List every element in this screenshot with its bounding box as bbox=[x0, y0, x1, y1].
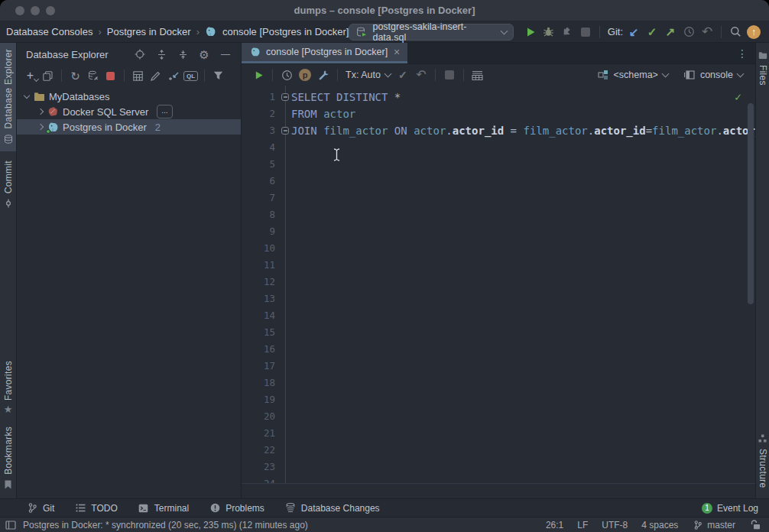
tree-row-mydatabases[interactable]: MyDatabases bbox=[17, 89, 241, 104]
hide-panel-icon[interactable]: — bbox=[216, 45, 235, 63]
ide-update-icon[interactable]: ↑ bbox=[745, 23, 763, 41]
editor-tab-console[interactable]: console [Postgres in Docker] × bbox=[242, 43, 407, 63]
run-configuration-select[interactable]: postgres-sakila-insert-data.sql bbox=[349, 24, 513, 41]
local-history-button[interactable] bbox=[680, 23, 698, 41]
toolwindow-tab-commit[interactable]: Commit bbox=[0, 154, 16, 216]
breadcrumb-database-consoles[interactable]: Database Consoles bbox=[6, 26, 92, 37]
zoom-window-button[interactable] bbox=[46, 6, 55, 15]
git-branch-icon bbox=[26, 502, 38, 514]
filter-icon[interactable] bbox=[209, 67, 227, 84]
toolwindow-toggle-icon[interactable] bbox=[5, 519, 17, 531]
duplicate-icon[interactable] bbox=[39, 67, 57, 84]
git-commit-button[interactable]: ✓ bbox=[643, 23, 661, 41]
event-log-button[interactable]: 1 Event Log bbox=[702, 503, 758, 514]
status-message[interactable]: Postgres in Docker: * synchronized (20 s… bbox=[23, 520, 308, 530]
tree-row-docker-sql-server[interactable]: Docker SQL Server ... bbox=[17, 104, 241, 119]
tree-row-postgres-in-docker[interactable]: Postgres in Docker 2 bbox=[17, 119, 241, 135]
console-settings-wrench-icon[interactable] bbox=[314, 66, 333, 84]
breadcrumb-postgres-in-docker[interactable]: Postgres in Docker bbox=[107, 26, 191, 37]
search-everywhere-icon[interactable] bbox=[726, 23, 745, 41]
toolwindow-tab-files[interactable]: Files bbox=[756, 43, 769, 92]
commit-tx-button[interactable]: ✓ bbox=[394, 66, 412, 84]
git-branch-widget[interactable]: master bbox=[692, 519, 735, 531]
close-window-button[interactable] bbox=[15, 6, 24, 15]
open-table-icon[interactable] bbox=[129, 67, 147, 84]
breadcrumb-console[interactable]: console [Postgres in Docker] bbox=[222, 26, 349, 37]
toolwindow-tab-structure[interactable]: Structure bbox=[756, 427, 769, 494]
editor-area: console [Postgres in Docker] × ⋮ p bbox=[242, 43, 755, 498]
connection-count-badge: 2 bbox=[155, 122, 161, 133]
close-tab-icon[interactable]: × bbox=[394, 46, 400, 58]
left-toolwindow-stripe: Database Explorer Commit Favorites ★ Boo… bbox=[0, 43, 17, 498]
refresh-icon[interactable]: ↻ bbox=[67, 67, 84, 84]
editor-scrollbar[interactable] bbox=[748, 103, 754, 304]
jump-to-console-icon[interactable] bbox=[164, 67, 182, 84]
panel-title: Database Explorer bbox=[26, 49, 131, 60]
unlocked-padlock-icon[interactable] bbox=[749, 519, 761, 531]
toolwindow-tab-favorites[interactable]: Favorites ★ bbox=[0, 355, 16, 420]
code-line[interactable]: SELECT DISTINCT * bbox=[291, 89, 740, 105]
line-ending[interactable]: LF bbox=[577, 520, 588, 530]
toolwindow-tab-bookmarks[interactable]: Bookmarks bbox=[0, 420, 16, 497]
line-number: 23 bbox=[242, 459, 275, 475]
toolwindow-tab-terminal[interactable]: Terminal bbox=[138, 502, 189, 514]
editor-gutter[interactable]: 123456789101112131415161718192021222324 bbox=[242, 89, 275, 483]
line-number: 3 bbox=[242, 122, 275, 139]
toolwindow-tab-todo[interactable]: TODO bbox=[74, 502, 117, 514]
rollback-button[interactable]: ↶ bbox=[698, 23, 716, 41]
parameters-icon[interactable]: p bbox=[296, 66, 314, 84]
toolwindow-tab-problems[interactable]: Problems bbox=[209, 502, 264, 514]
new-console-button[interactable]: QL bbox=[182, 67, 200, 84]
rollback-tx-button[interactable]: ↶ bbox=[412, 66, 430, 84]
console-toolbar: p Tx: Auto ✓ ↶ bbox=[242, 64, 755, 86]
disconnect-button[interactable] bbox=[102, 67, 119, 84]
locate-object-icon[interactable] bbox=[131, 45, 149, 63]
expand-all-icon[interactable] bbox=[152, 45, 170, 63]
line-number: 11 bbox=[242, 257, 275, 274]
fold-marker-start-icon[interactable] bbox=[281, 93, 289, 101]
in-editor-results-icon[interactable] bbox=[469, 66, 487, 84]
file-encoding[interactable]: UTF-8 bbox=[602, 520, 628, 530]
chevron-right-icon[interactable] bbox=[37, 109, 44, 115]
fold-marker-end-icon[interactable] bbox=[281, 127, 289, 135]
execute-button[interactable] bbox=[249, 66, 268, 84]
git-push-button[interactable]: ↗ bbox=[661, 23, 680, 41]
editor-bottom-strip bbox=[242, 483, 755, 498]
caret-position[interactable]: 26:1 bbox=[546, 520, 563, 530]
tx-mode-select[interactable]: Tx: Auto bbox=[346, 70, 391, 80]
schema-select[interactable]: <schema> bbox=[597, 69, 668, 81]
more-options-badge[interactable]: ... bbox=[157, 105, 172, 118]
minimize-window-button[interactable] bbox=[31, 6, 40, 15]
debug-button[interactable] bbox=[540, 23, 558, 41]
panel-settings-gear-icon[interactable]: ⚙ bbox=[195, 45, 213, 63]
line-number: 14 bbox=[242, 307, 275, 324]
add-datasource-button[interactable]: + bbox=[21, 67, 39, 84]
stop-query-button[interactable] bbox=[440, 66, 459, 84]
code-line[interactable]: FROM actor bbox=[291, 105, 740, 122]
inspection-ok-icon[interactable]: ✓ bbox=[735, 90, 741, 104]
postgres-elephant-icon bbox=[205, 26, 217, 38]
run-button[interactable] bbox=[521, 23, 540, 41]
git-update-button[interactable]: ↙ bbox=[625, 23, 643, 41]
indent-style[interactable]: 4 spaces bbox=[641, 520, 678, 530]
modify-datasource-icon[interactable] bbox=[84, 67, 102, 84]
chevron-down-icon[interactable] bbox=[24, 92, 30, 99]
console-select[interactable]: console bbox=[683, 69, 743, 81]
edit-icon[interactable] bbox=[147, 67, 164, 84]
database-explorer-header: Database Explorer ⚙ — bbox=[17, 43, 241, 66]
line-number: 21 bbox=[242, 425, 275, 442]
line-number: 19 bbox=[242, 391, 275, 408]
query-history-icon[interactable] bbox=[277, 66, 296, 84]
code-editor[interactable]: 123456789101112131415161718192021222324 … bbox=[242, 86, 755, 483]
run-with-coverage-button[interactable] bbox=[558, 23, 576, 41]
main-area: Database Explorer Commit Favorites ★ Boo… bbox=[0, 43, 769, 498]
collapse-all-icon[interactable] bbox=[174, 45, 192, 63]
stop-button[interactable] bbox=[576, 23, 595, 41]
tab-options-kebab-icon[interactable]: ⋮ bbox=[729, 43, 755, 63]
toolwindow-tab-database-explorer[interactable]: Database Explorer bbox=[0, 43, 16, 151]
toolwindow-tab-database-changes[interactable]: Database Changes bbox=[284, 502, 380, 514]
chevron-right-icon[interactable] bbox=[37, 124, 44, 130]
terminal-icon bbox=[138, 502, 150, 514]
toolwindow-tab-git[interactable]: Git bbox=[26, 502, 54, 514]
code-line[interactable]: JOIN film_actor ON actor.actor_id = film… bbox=[291, 122, 740, 139]
